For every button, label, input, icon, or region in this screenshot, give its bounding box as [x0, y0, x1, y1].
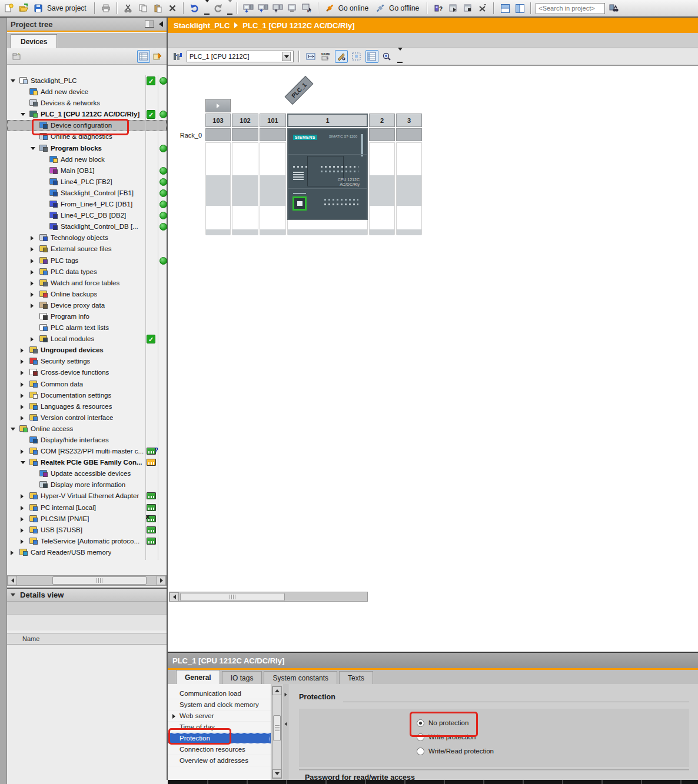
device-name-tag[interactable]: PLC_1 — [285, 76, 314, 105]
tree-item-online-backups[interactable]: Online backups — [7, 289, 167, 300]
tree-item-security-settings[interactable]: Security settings — [7, 356, 167, 367]
nav-item-protection[interactable]: Protection — [168, 733, 271, 744]
open-project-icon[interactable] — [17, 2, 30, 15]
slot-body-2[interactable] — [369, 142, 395, 235]
tree-item-update-accessible-devices[interactable]: Update accessible devices — [7, 468, 167, 479]
tree-item-plc-alarm-text-lists[interactable]: PLC alarm text lists — [7, 322, 167, 333]
expand-arrow-icon[interactable] — [31, 281, 34, 286]
new-folder-icon[interactable] — [11, 50, 24, 63]
start-runtime-icon[interactable]: RT — [301, 2, 314, 15]
expand-arrow-icon[interactable] — [21, 359, 24, 364]
tree-item-hyper-v-virtual-ethernet-adapter[interactable]: Hyper-V Virtual Ethernet Adapter — [7, 491, 167, 502]
slot-header-1[interactable]: 1 — [287, 114, 368, 127]
collapse-arrow-icon[interactable] — [21, 113, 25, 116]
tree-item-online-diagnostics[interactable]: Online & diagnostics — [7, 131, 167, 142]
tree-item-plc-data-types[interactable]: PLC data types — [7, 266, 167, 278]
radio-button-icon[interactable] — [417, 719, 424, 727]
expand-arrow-icon[interactable] — [21, 348, 24, 353]
delete-icon[interactable] — [166, 2, 179, 15]
tree-item-main-ob1[interactable]: Main [OB1] — [7, 165, 167, 176]
tree-item-ungrouped-devices[interactable]: Ungrouped devices — [7, 345, 167, 356]
upload-from-device-icon[interactable] — [257, 2, 270, 15]
expand-arrow-icon[interactable] — [21, 393, 24, 398]
slot-header-101[interactable]: 101 — [260, 114, 286, 127]
tree-item-plcsim-pn-ie[interactable]: PLCSIM [PN/IE] — [7, 513, 167, 525]
close-window-icon[interactable] — [476, 2, 489, 15]
radio-no-protection[interactable]: No protection — [417, 717, 468, 729]
tree-item-realtek-pcie-gbe-family-con[interactable]: Realtek PCIe GBE Family Con... — [7, 457, 167, 468]
undo-dropdown[interactable] — [204, 2, 210, 15]
split-vertical-icon[interactable] — [513, 2, 526, 15]
slot-header-3[interactable]: 3 — [396, 114, 422, 127]
expand-arrow-icon[interactable] — [21, 517, 24, 522]
tree-item-teleservice-automatic-protoco[interactable]: TeleService [Automatic protoco... — [7, 536, 167, 547]
auto-collapse-icon[interactable] — [145, 21, 154, 28]
redo-icon[interactable] — [211, 2, 224, 15]
tree-item-cross-device-functions[interactable]: Cross-device functions — [7, 367, 167, 378]
zoom-icon[interactable] — [381, 50, 394, 63]
scroll-right-icon[interactable] — [157, 576, 166, 585]
slot-body-3[interactable] — [396, 142, 422, 235]
tab-io-tags[interactable]: IO tags — [222, 671, 262, 684]
expand-view-icon[interactable] — [151, 50, 164, 63]
nav-item-web-server[interactable]: Web server — [168, 710, 271, 722]
tree-item-stacklight-control-db[interactable]: Stacklight_Control_DB [... — [7, 221, 167, 232]
slot-body-103[interactable] — [205, 142, 231, 235]
nav-item-system-and-clock-memory[interactable]: System and clock memory — [168, 699, 271, 710]
go-online-button[interactable]: Go online — [338, 4, 368, 12]
scroll-left-icon[interactable] — [169, 592, 179, 602]
device-selector-dropdown[interactable]: PLC_1 [CPU 1212C] — [187, 51, 294, 62]
expand-arrow-icon[interactable] — [31, 337, 34, 342]
slot-body-102[interactable] — [232, 142, 258, 235]
tree-item-online-access[interactable]: Online access — [7, 423, 167, 435]
project-tree-hscrollbar[interactable] — [7, 575, 167, 586]
tree-item-devices-networks[interactable]: Devices & networks — [7, 98, 167, 109]
undo-icon[interactable] — [188, 2, 201, 15]
tree-item-from-line4-plc-db1[interactable]: From_Line4_PLC [DB1] — [7, 199, 167, 210]
expand-arrow-icon[interactable] — [21, 506, 24, 511]
expand-arrow-icon[interactable] — [21, 382, 24, 387]
radio-write-protection[interactable]: Write protection — [417, 731, 476, 743]
tree-item-plc-tags[interactable]: PLC tags — [7, 255, 167, 266]
download-to-device-icon[interactable] — [242, 2, 255, 15]
scroll-thumb[interactable] — [273, 715, 281, 741]
tree-item-device-configuration[interactable]: Device configuration — [7, 120, 167, 131]
collapse-panel-icon[interactable] — [159, 21, 163, 27]
tree-item-device-proxy-data[interactable]: Device proxy data — [7, 300, 167, 311]
tree-item-add-new-block[interactable]: Add new block — [7, 154, 167, 165]
go-online-plug-icon[interactable] — [323, 2, 336, 15]
tree-item-program-blocks[interactable]: Program blocks — [7, 143, 167, 154]
radio-button-icon[interactable] — [417, 733, 424, 741]
cpu-module[interactable]: SIEMENS SIMATIC S7-1200 CPU 1212CAC/DC/R… — [287, 128, 368, 220]
tree-item-technology-objects[interactable]: Technology objects — [7, 232, 167, 243]
expand-arrow-icon[interactable] — [31, 292, 34, 297]
show-addresses-icon[interactable] — [335, 50, 348, 63]
details-toggle-icon[interactable] — [137, 50, 150, 63]
tree-item-display-hide-interfaces[interactable]: Display/hide interfaces — [7, 435, 167, 446]
ethernet-port[interactable] — [293, 196, 307, 211]
tab-devices[interactable]: Devices — [11, 34, 57, 48]
split-horizontal-icon[interactable] — [498, 2, 511, 15]
expand-arrow-icon[interactable] — [21, 416, 24, 421]
canvas-hscrollbar[interactable] — [169, 592, 368, 602]
table-view-icon[interactable] — [365, 50, 378, 63]
scroll-thumb[interactable] — [180, 593, 285, 601]
upload-station-icon[interactable] — [271, 2, 284, 15]
expand-arrow-icon[interactable] — [172, 714, 175, 719]
slot-header-103[interactable]: 103 — [205, 114, 231, 127]
tree-item-com-rs232-ppi-multi-master-c[interactable]: COM [RS232/PPI multi-master c... — [7, 446, 167, 457]
tree-item-line4-plc-fb2[interactable]: Line4_PLC [FB2] — [7, 176, 167, 188]
scroll-thumb[interactable] — [52, 576, 147, 585]
tab-texts[interactable]: Texts — [339, 671, 373, 684]
breadcrumb-project[interactable]: Stacklight_PLC — [174, 21, 230, 30]
nav-item-connection-resources[interactable]: Connection resources — [168, 744, 271, 755]
radio-write-read-protection[interactable]: Write/Read protection — [417, 745, 494, 757]
tree-item-version-control-interface[interactable]: Version control interface — [7, 412, 167, 423]
expand-arrow-icon[interactable] — [31, 270, 34, 275]
expand-arrow-icon[interactable] — [31, 259, 34, 263]
accessible-devices-icon[interactable]: ? — [432, 2, 445, 15]
scroll-up-icon[interactable] — [272, 686, 281, 695]
zoom-level-dropdown[interactable] — [397, 51, 403, 63]
collapse-arrow-icon[interactable] — [21, 461, 25, 464]
scroll-left-icon[interactable] — [8, 576, 17, 585]
